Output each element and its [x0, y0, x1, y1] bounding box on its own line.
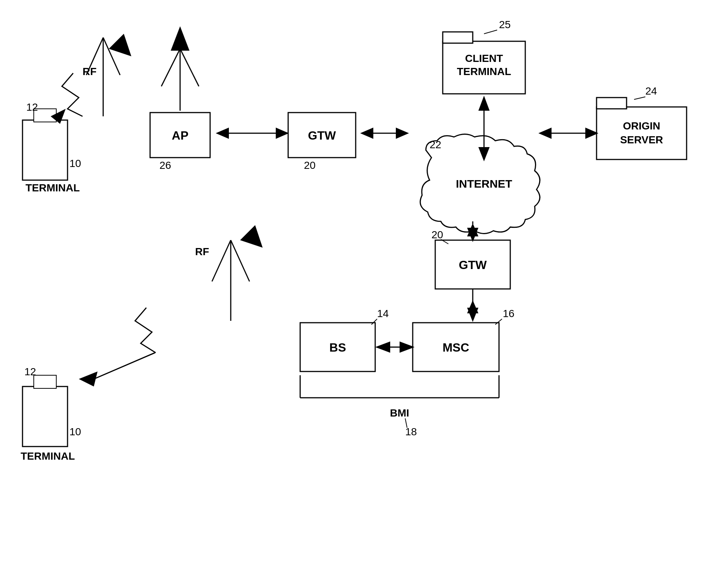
- svg-line-27: [634, 97, 645, 99]
- rf-label-top: RF: [83, 66, 96, 77]
- terminal-label-top: TERMINAL: [26, 182, 80, 194]
- ref-14: 14: [377, 308, 389, 319]
- ref-22: 22: [430, 139, 441, 150]
- svg-marker-28: [538, 128, 552, 139]
- svg-line-10: [180, 49, 199, 86]
- svg-line-54: [94, 353, 155, 379]
- rf-label-bottom: RF: [195, 246, 209, 257]
- svg-line-51: [231, 240, 250, 281]
- svg-rect-20: [443, 32, 473, 43]
- svg-marker-14: [276, 128, 289, 139]
- terminal-label-bottom: TERMINAL: [21, 450, 75, 462]
- ref-26: 26: [159, 159, 171, 171]
- ref-16: 16: [503, 308, 514, 319]
- msc-label: MSC: [442, 341, 469, 354]
- svg-rect-25: [597, 107, 687, 159]
- ap-label: AP: [172, 129, 188, 142]
- ref-10-top: 10: [69, 158, 81, 169]
- ref-20-bottom: 20: [431, 229, 443, 241]
- svg-rect-26: [597, 98, 627, 109]
- origin-server-label: ORIGIN: [623, 120, 660, 132]
- bmi-label: BMI: [390, 407, 409, 419]
- svg-marker-18: [396, 128, 409, 139]
- internet-label: INTERNET: [456, 177, 512, 190]
- network-diagram: 12 RF TERMINAL 10 AP 26 GTW: [0, 0, 726, 588]
- bs-label: BS: [329, 341, 346, 354]
- gtw-top-label: GTW: [308, 129, 336, 142]
- svg-rect-48: [34, 375, 56, 388]
- ref-12-top: 12: [26, 101, 38, 113]
- svg-rect-47: [23, 386, 68, 447]
- svg-line-9: [161, 49, 180, 86]
- svg-marker-12: [216, 128, 229, 139]
- gtw-bottom-label: GTW: [459, 258, 487, 272]
- svg-line-50: [212, 240, 231, 281]
- ref-20-top: 20: [304, 159, 316, 171]
- client-terminal-label: CLIENT: [465, 53, 503, 64]
- svg-marker-16: [360, 128, 373, 139]
- svg-line-21: [484, 30, 497, 34]
- svg-marker-39: [467, 308, 478, 322]
- ref-25: 25: [499, 19, 511, 30]
- svg-marker-52: [240, 225, 263, 248]
- client-terminal-label2: TERMINAL: [457, 66, 511, 77]
- svg-marker-22: [478, 96, 490, 111]
- ref-24: 24: [645, 85, 657, 97]
- origin-server-label2: SERVER: [620, 134, 663, 146]
- svg-rect-0: [23, 120, 68, 180]
- ref-10-bottom: 10: [69, 426, 81, 438]
- ref-12-bottom: 12: [24, 366, 36, 377]
- svg-marker-44: [375, 341, 390, 353]
- svg-marker-11: [171, 26, 189, 51]
- svg-marker-5: [109, 34, 131, 56]
